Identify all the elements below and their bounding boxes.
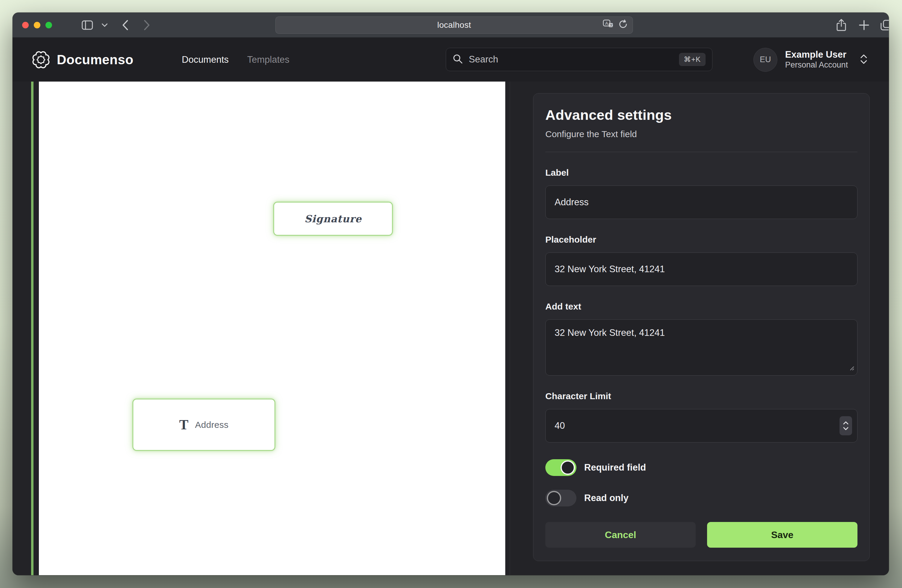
number-stepper[interactable] (839, 416, 852, 435)
reload-icon[interactable] (618, 19, 628, 31)
traffic-lights (22, 22, 52, 28)
chevron-down-icon[interactable] (99, 13, 111, 38)
placeholder-field-label: Placeholder (545, 235, 857, 245)
browser-window: localhost A文 (13, 13, 889, 575)
content-area: Signature T Address Advanced settings Co… (13, 81, 889, 575)
nav-item-templates[interactable]: Templates (247, 55, 290, 65)
save-button[interactable]: Save (707, 522, 857, 548)
documenso-logo-icon (32, 50, 50, 69)
action-buttons: Cancel Save (545, 522, 857, 548)
panel-subtitle: Configure the Text field (545, 129, 857, 139)
sidebar-toggle-icon[interactable] (79, 13, 96, 38)
back-button[interactable] (118, 13, 133, 38)
read-only-label: Read only (584, 493, 628, 504)
settings-panel: Advanced settings Configure the Text fie… (510, 81, 889, 575)
required-field-row: Required field (545, 459, 857, 476)
document-viewer: Signature T Address (13, 81, 510, 575)
required-field-toggle[interactable] (545, 459, 576, 476)
character-limit-field-label: Character Limit (545, 391, 857, 401)
document-page: Signature T Address (39, 81, 505, 575)
browser-toolbar: localhost A文 (13, 13, 889, 38)
cancel-button[interactable]: Cancel (545, 522, 696, 548)
share-icon[interactable] (832, 13, 850, 38)
signature-field-label: Signature (304, 213, 362, 225)
label-field-label: Label (545, 167, 857, 178)
svg-text:A: A (605, 20, 608, 26)
svg-text:文: 文 (609, 23, 613, 27)
translate-icon[interactable]: A文 (603, 19, 614, 31)
stepper-up-icon (843, 421, 849, 425)
user-account-type: Personal Account (785, 60, 848, 70)
text-field-label: Address (195, 420, 229, 430)
advanced-settings-card: Advanced settings Configure the Text fie… (533, 93, 870, 561)
url-text: localhost (437, 20, 471, 30)
text-type-icon: T (179, 418, 189, 432)
placeholder-input[interactable] (545, 252, 857, 286)
read-only-row: Read only (545, 490, 857, 507)
zoom-window-button[interactable] (45, 22, 52, 28)
character-limit-input[interactable] (545, 409, 857, 443)
close-window-button[interactable] (22, 22, 29, 28)
signature-field[interactable]: Signature (273, 202, 393, 236)
tab-overview-icon[interactable] (877, 13, 889, 38)
search-shortcut-badge: ⌘+K (679, 53, 706, 66)
app-header: Documenso Documents Templates ⌘+K EU Exa… (13, 38, 889, 81)
search-icon (453, 54, 463, 65)
read-only-toggle[interactable] (545, 490, 576, 507)
minimize-window-button[interactable] (34, 22, 40, 28)
stepper-down-icon (843, 427, 849, 430)
brand-logo-link[interactable]: Documenso (32, 38, 133, 81)
search-input[interactable] (469, 54, 673, 65)
new-tab-icon[interactable] (855, 13, 873, 38)
address-bar[interactable]: localhost A文 (276, 16, 633, 34)
forward-button[interactable] (139, 13, 154, 38)
nav-item-documents[interactable]: Documents (182, 55, 229, 65)
search-bar[interactable]: ⌘+K (446, 48, 713, 71)
panel-title: Advanced settings (545, 107, 857, 123)
text-field-address[interactable]: T Address (132, 399, 276, 451)
main-nav: Documents Templates (182, 38, 290, 81)
chevron-up-down-icon (860, 54, 868, 66)
account-menu[interactable]: EU Example User Personal Account (753, 38, 868, 81)
label-input[interactable] (545, 186, 857, 219)
add-text-field-label: Add text (545, 302, 857, 312)
avatar: EU (753, 48, 777, 72)
add-text-textarea[interactable]: 32 New York Street, 41241 (545, 319, 857, 375)
brand-name: Documenso (57, 52, 133, 67)
required-field-label: Required field (584, 462, 646, 473)
page-edge-strip (31, 81, 33, 575)
user-name: Example User (785, 49, 848, 60)
